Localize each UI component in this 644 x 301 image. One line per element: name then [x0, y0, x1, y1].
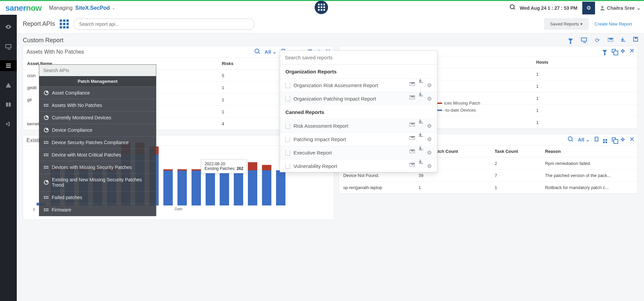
download-icon[interactable]	[621, 37, 625, 44]
left-nav	[0, 15, 17, 301]
gear-icon[interactable]: ⚙	[427, 82, 432, 88]
copy-icon[interactable]	[612, 48, 616, 54]
app-launcher[interactable]	[315, 1, 329, 15]
download-icon[interactable]	[419, 149, 423, 150]
gear-icon[interactable]: ⚙	[427, 136, 432, 142]
chevron-down-icon[interactable]: ⌄	[112, 5, 115, 10]
gear-icon[interactable]: ⚙	[427, 163, 432, 169]
api-item[interactable]: Device Compliance	[39, 124, 156, 136]
api-item[interactable]: Assets With No Patches	[39, 99, 156, 111]
saved-report-row[interactable]: Risk Assessment Report⚙	[280, 119, 437, 132]
chart-bar[interactable]	[192, 169, 201, 205]
chart-bar[interactable]	[248, 162, 257, 205]
api-search-input[interactable]	[39, 65, 156, 76]
mail-icon[interactable]	[410, 96, 415, 99]
nav-logout[interactable]	[0, 119, 17, 129]
legend-fragment: ices Missing Patch -to-date Devices	[433, 99, 480, 115]
topbar: sanernow Managing SiteX.SecPod ⌄ Wed Aug…	[0, 0, 644, 15]
settings-button[interactable]: ⚙	[582, 2, 595, 14]
download-icon[interactable]	[419, 82, 423, 83]
grid-icon	[44, 196, 48, 199]
chart-bar[interactable]	[276, 170, 285, 205]
search-icon[interactable]	[568, 136, 573, 143]
chart-bar[interactable]	[234, 169, 243, 205]
monitor-icon[interactable]	[581, 37, 587, 44]
api-item[interactable]: Firmware	[39, 203, 156, 216]
close-icon[interactable]	[630, 48, 634, 54]
table-row[interactable]: sp-renganath-laptop11Rollback for mandat…	[339, 182, 638, 194]
saved-report-row[interactable]: Executive Report⚙	[280, 146, 437, 159]
saved-report-row[interactable]: Organization Risk Assessment Report⚙	[280, 78, 437, 92]
file-icon[interactable]	[595, 137, 598, 142]
download-icon[interactable]	[419, 163, 423, 164]
chart-bar[interactable]	[177, 169, 187, 205]
filter-icon[interactable]	[568, 37, 573, 44]
chart-bar[interactable]	[220, 169, 229, 205]
gear-icon[interactable]: ⚙	[427, 123, 432, 129]
api-item[interactable]: Existing and New Missing Security Patche…	[39, 173, 156, 191]
api-item[interactable]: Device Security Patches Compliance	[39, 136, 156, 148]
copy-icon[interactable]	[612, 137, 616, 142]
mail-icon[interactable]	[608, 37, 613, 44]
filter-icon[interactable]	[602, 48, 607, 54]
api-item[interactable]: Currently Monitored Devices	[39, 111, 156, 124]
nav-alerts[interactable]	[0, 80, 17, 91]
tab-create-report[interactable]: Create New Report	[589, 18, 638, 30]
download-icon[interactable]	[419, 96, 423, 96]
move-icon[interactable]: ✥	[621, 137, 625, 142]
table-icon[interactable]	[603, 136, 607, 143]
all-dropdown[interactable]: All ⌄	[265, 49, 277, 55]
managing-label: Managing	[49, 5, 72, 11]
chart-bar[interactable]	[163, 169, 173, 205]
close-icon[interactable]	[630, 137, 634, 142]
user-menu[interactable]: Chaitra Sree ⌄	[600, 5, 641, 11]
saved-report-row[interactable]: Patching Impact Report⚙	[280, 132, 437, 146]
pie-icon	[44, 180, 49, 185]
gear-icon[interactable]: ⚙	[427, 96, 432, 102]
user-icon	[600, 5, 605, 11]
refresh-icon[interactable]: ⟳	[595, 37, 600, 44]
download-icon[interactable]	[419, 136, 423, 137]
chart-bar[interactable]	[262, 165, 271, 205]
api-item[interactable]: Devices with Missing Security Patches	[39, 161, 156, 173]
mail-icon[interactable]	[410, 123, 415, 126]
saved-section-header: Canned Reports	[280, 105, 437, 119]
y-zero: 0	[33, 208, 35, 212]
mail-icon[interactable]	[410, 82, 415, 86]
user-name: Chaitra Sree	[607, 5, 635, 11]
tab-saved-reports[interactable]: Saved Reports ▾	[544, 18, 589, 30]
mail-icon[interactable]	[410, 163, 415, 167]
mail-icon[interactable]	[410, 136, 415, 140]
nav-visibility[interactable]	[0, 21, 17, 32]
nav-docs[interactable]	[0, 99, 17, 110]
move-icon[interactable]: ✥	[621, 49, 625, 54]
site-dropdown[interactable]: SiteX.SecPod	[75, 5, 110, 11]
saved-report-row[interactable]: Vulnerability Report⚙	[280, 159, 437, 172]
view-grid-icon[interactable]	[60, 19, 69, 28]
legend-b: -to-date Devices	[444, 108, 476, 113]
search-icon[interactable]	[255, 49, 260, 55]
col-reason[interactable]: Reason	[541, 145, 638, 158]
api-item[interactable]: Asset Compliance	[39, 86, 156, 99]
logo[interactable]: sanernow	[0, 3, 47, 13]
download-icon[interactable]	[419, 123, 423, 123]
nav-devices[interactable]	[0, 41, 17, 52]
col-task-count[interactable]: Task Count	[491, 145, 541, 158]
search-icon[interactable]	[510, 4, 515, 11]
gear-icon[interactable]: ⚙	[427, 149, 432, 156]
all-dropdown[interactable]: All ⌄	[578, 137, 590, 143]
search-input[interactable]	[73, 18, 255, 30]
saved-report-name: Patching Impact Report	[293, 136, 346, 142]
api-item[interactable]: Device with Most Critical Patches	[39, 148, 156, 161]
api-item-label: Asset Compliance	[52, 90, 90, 96]
api-search-overlay: Patch Management Asset ComplianceAssets …	[39, 64, 156, 216]
saved-report-row[interactable]: Organization Patching Impact Report⚙	[280, 92, 437, 105]
saved-search-input[interactable]	[280, 51, 437, 65]
chart-bar[interactable]	[206, 169, 215, 205]
nav-reports[interactable]	[0, 60, 17, 71]
col-hosts[interactable]: Hosts	[532, 56, 638, 68]
save-icon[interactable]	[633, 37, 638, 44]
api-item[interactable]: Failed patches	[39, 191, 156, 203]
api-item-label: Assets With No Patches	[52, 103, 102, 108]
mail-icon[interactable]	[410, 149, 415, 153]
